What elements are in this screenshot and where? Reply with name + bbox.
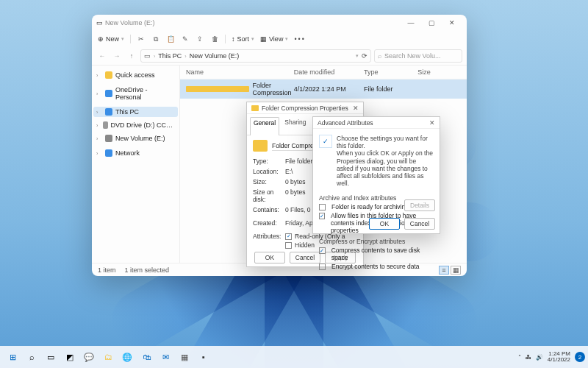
titlebar: ▭ New Volume (E:) — ▢ ✕ xyxy=(92,15,467,31)
up-button[interactable]: ↑ xyxy=(126,52,137,60)
notification-badge[interactable]: 2 xyxy=(575,352,585,362)
cut-icon[interactable]: ✂ xyxy=(137,35,146,43)
vmware-button[interactable]: ▦ xyxy=(176,349,193,365)
sidebar: ›Quick access ›OneDrive - Personal ›This… xyxy=(92,66,180,263)
delete-icon[interactable]: 🗑 xyxy=(210,35,219,43)
share-icon[interactable]: ⇪ xyxy=(196,35,204,43)
advanced-attributes-dialog: Advanced Attributes ✕ ✓ Choose the setti… xyxy=(312,116,440,234)
view-button[interactable]: ▦View▾ xyxy=(260,35,288,43)
drive-icon: ▭ xyxy=(144,52,151,60)
minimize-button[interactable]: — xyxy=(401,19,421,26)
archive-checkbox[interactable] xyxy=(319,204,326,210)
index-checkbox[interactable] xyxy=(319,213,325,219)
window-icon: ▭ xyxy=(96,19,105,26)
sidebar-item-new-volume[interactable]: ›New Volume (E:) xyxy=(93,133,178,144)
status-count: 1 item xyxy=(98,266,116,274)
icons-view-button[interactable]: ▦ xyxy=(451,266,461,275)
crumb-this-pc[interactable]: This PC xyxy=(158,52,182,60)
start-button[interactable]: ⊞ xyxy=(4,349,21,365)
new-button[interactable]: ⊕New▾ xyxy=(98,35,124,43)
more-button[interactable]: ••• xyxy=(294,35,305,43)
folder-icon xyxy=(186,86,249,92)
sort-button[interactable]: ↕Sort▾ xyxy=(232,35,254,43)
ok-button[interactable]: OK xyxy=(369,218,400,230)
forward-button[interactable]: → xyxy=(111,52,123,60)
details-button[interactable]: Details xyxy=(404,199,435,211)
volume-icon[interactable]: 🔊 xyxy=(536,354,543,361)
addr-dropdown[interactable]: ▾ xyxy=(356,53,359,59)
sidebar-item-network[interactable]: ›Network xyxy=(93,148,178,158)
refresh-icon[interactable]: ⟳ xyxy=(362,52,368,60)
crumb-volume[interactable]: New Volume (E:) xyxy=(190,52,240,60)
readonly-checkbox[interactable] xyxy=(285,233,292,240)
search-input[interactable]: ⌕ Search New Volu... xyxy=(374,49,462,63)
tab-general[interactable]: General xyxy=(250,117,279,135)
column-headers[interactable]: NameDate modifiedTypeSize xyxy=(180,66,467,79)
copy-icon[interactable]: ⧉ xyxy=(151,35,160,43)
address-bar[interactable]: ▭ › This PC › New Volume (E:) ▾ ⟳ xyxy=(140,49,371,63)
folder-icon xyxy=(251,105,259,111)
explorer-button[interactable]: 🗂 xyxy=(100,349,116,365)
settings-icon: ✓ xyxy=(319,135,332,148)
search-icon: ⌕ xyxy=(378,52,381,60)
sidebar-item-this-pc[interactable]: ›This PC xyxy=(93,107,178,117)
hint-text: Choose the settings you want for this fo… xyxy=(337,135,434,187)
task-view-button[interactable]: ▭ xyxy=(43,349,59,365)
window-title: New Volume (E:) xyxy=(105,19,401,26)
store-button[interactable]: 🛍 xyxy=(138,349,154,365)
maximize-button[interactable]: ▢ xyxy=(421,19,442,26)
cancel-button[interactable]: Cancel xyxy=(404,218,435,230)
widgets-button[interactable]: ◩ xyxy=(62,349,78,365)
folder-large-icon xyxy=(253,140,268,152)
file-row[interactable]: Folder Compression 4/1/2022 1:24 PM File… xyxy=(180,79,467,99)
sidebar-item-dvd[interactable]: ›DVD Drive (D:) CCCOMA_X64FR xyxy=(93,120,178,130)
address-row: ← → ↑ ▭ › This PC › New Volume (E:) ▾ ⟳ … xyxy=(92,47,467,65)
compress-group-label: Compress or Encrypt attributes xyxy=(319,238,434,245)
sidebar-item-onedrive[interactable]: ›OneDrive - Personal xyxy=(93,85,178,102)
status-selected: 1 item selected xyxy=(125,266,170,274)
clock[interactable]: 1:24 PM 4/1/2022 xyxy=(548,351,570,363)
network-icon[interactable]: 🖧 xyxy=(526,354,531,361)
ok-button[interactable]: OK xyxy=(254,252,285,263)
toolbar: ⊕New▾ ✂ ⧉ 📋 ✎ ⇪ 🗑 ↕Sort▾ ▦View▾ ••• xyxy=(92,31,467,47)
sidebar-item-quick-access[interactable]: ›Quick access xyxy=(93,70,178,80)
rename-icon[interactable]: ✎ xyxy=(181,35,190,43)
paste-icon[interactable]: 📋 xyxy=(166,35,175,43)
advanced-title: Advanced Attributes xyxy=(318,119,429,127)
back-button[interactable]: ← xyxy=(96,52,108,60)
encrypt-checkbox[interactable] xyxy=(319,263,326,270)
terminal-button[interactable]: ▪ xyxy=(196,349,212,365)
tray-chevron[interactable]: ˄ xyxy=(518,354,521,361)
properties-title: Folder Compression Properties xyxy=(262,105,353,112)
details-view-button[interactable]: ≡ xyxy=(439,266,449,275)
edge-button[interactable]: 🌐 xyxy=(119,349,135,365)
mail-button[interactable]: ✉ xyxy=(157,349,173,365)
chat-button[interactable]: 💬 xyxy=(81,349,97,365)
search-button[interactable]: ⌕ xyxy=(24,349,40,365)
tab-sharing[interactable]: Sharing xyxy=(281,116,309,135)
close-icon[interactable]: ✕ xyxy=(429,119,435,127)
close-button[interactable]: ✕ xyxy=(442,19,462,26)
system-tray: ˄ 🖧 🔊 1:24 PM 4/1/2022 2 xyxy=(518,351,585,363)
hidden-checkbox[interactable] xyxy=(285,242,292,249)
taskbar: ⊞ ⌕ ▭ ◩ 💬 🗂 🌐 🛍 ✉ ▦ ▪ ˄ 🖧 🔊 1:24 PM 4/1/… xyxy=(0,346,588,368)
close-icon[interactable]: ✕ xyxy=(353,105,359,112)
compress-checkbox[interactable] xyxy=(319,247,326,254)
